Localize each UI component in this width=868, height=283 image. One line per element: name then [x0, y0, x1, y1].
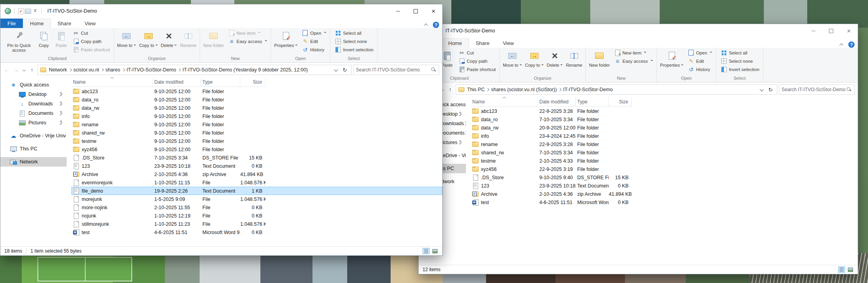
minimize-button[interactable] — [389, 4, 407, 18]
select-all-button[interactable]: Select all — [718, 49, 761, 57]
new-item-button[interactable]: New item — [612, 49, 655, 57]
search-icon[interactable] — [431, 67, 436, 73]
up-icon[interactable] — [28, 66, 36, 74]
maximize-button[interactable] — [822, 24, 840, 37]
file-row[interactable]: testme9-10-2025 12:00File folder — [71, 137, 442, 145]
previous-versions-clock-icon[interactable] — [4, 7, 11, 15]
search-box[interactable] — [779, 84, 855, 95]
cut-button[interactable]: Cut — [71, 29, 112, 37]
tab-share[interactable]: Share — [51, 19, 78, 28]
file-row[interactable]: info23-4-2024 12:45File folder — [471, 132, 858, 140]
search-box[interactable] — [353, 65, 439, 75]
invert-selection-button[interactable]: Invert selection — [718, 65, 761, 73]
file-row[interactable]: abc12322-9-2025 3:28File folder — [471, 107, 858, 115]
copy-path-button[interactable]: Copy path — [71, 37, 112, 45]
cut-button[interactable]: Cut — [456, 49, 498, 57]
properties-button[interactable]: Properties — [273, 29, 299, 49]
new-folder-button[interactable]: New folder — [202, 29, 226, 49]
file-row[interactable]: file_demo19-9-2025 2:26Text Document1 KB — [71, 187, 442, 195]
file-row[interactable]: data_rw9-10-2025 12:00File folder — [71, 104, 442, 112]
paste-button[interactable]: Paste — [52, 29, 70, 49]
file-row[interactable]: data_ro9-10-2025 12:00File folder — [71, 96, 442, 104]
breadcrumb-item[interactable]: This PC — [466, 87, 486, 92]
file-row[interactable]: morejunk1-5-2025 9:09File1.048.576 KB — [71, 195, 442, 203]
tab-file[interactable]: File — [0, 19, 23, 28]
maximize-button[interactable] — [407, 4, 425, 18]
address-bar[interactable]: Networkscistor.vu.nlsharesIT-ITVO-SciSto… — [37, 65, 352, 75]
file-row[interactable]: Archive2-10-2025 4:36zip Archive41.894 K… — [471, 190, 858, 198]
rename-button[interactable]: Rename — [564, 49, 584, 68]
recent-locations-chevron-icon[interactable] — [22, 66, 26, 74]
address-dropdown-chevron-icon[interactable] — [335, 68, 338, 71]
breadcrumb-item[interactable]: shares — [104, 67, 122, 73]
tab-view[interactable]: View — [78, 19, 102, 28]
breadcrumb-item[interactable]: IT-ITVO-SciStor-Demo — [125, 67, 178, 73]
refresh-icon[interactable] — [767, 85, 774, 94]
column-header-size[interactable]: Size — [609, 97, 632, 107]
file-row[interactable]: testme2-10-2025 4:33File folder — [471, 157, 858, 165]
explorer-window-previous-version[interactable]: IT-ITVO-SciStor-Demo File HomeShareView … — [0, 4, 443, 256]
file-row[interactable]: stillmorejunk1-10-2025 11:23File1.048.57… — [71, 220, 442, 228]
search-input[interactable] — [356, 67, 431, 73]
paste-shortcut-button[interactable]: Paste shortcut — [456, 65, 498, 73]
easy-access-button[interactable]: Easy access — [226, 37, 269, 45]
qat-properties-button[interactable] — [17, 7, 24, 15]
back-icon[interactable] — [3, 66, 11, 74]
sidebar-item-quick-access[interactable]: Quick access — [0, 80, 67, 90]
file-row[interactable]: .DS_Store7-10-2025 3:34DS_STORE File15 K… — [71, 154, 442, 162]
minimize-button[interactable] — [804, 24, 822, 37]
delete-button[interactable]: Delete — [545, 49, 565, 68]
file-row[interactable]: nojunk1-10-2025 12:19File0 KB — [71, 212, 442, 220]
select-none-button[interactable]: Select none — [333, 37, 375, 45]
address-bar[interactable]: This PCshares (scistor.vu.nl (SciStor))I… — [456, 84, 777, 95]
breadcrumb-item[interactable]: scistor.vu.nl — [72, 67, 100, 73]
address-dropdown-chevron-icon[interactable] — [760, 88, 763, 91]
breadcrumb-item[interactable]: IT-ITVO-SciStor-Demo — [562, 87, 614, 92]
tab-home[interactable]: Home — [23, 19, 51, 28]
large-icons-view-icon[interactable] — [431, 248, 438, 254]
close-button[interactable] — [840, 24, 858, 37]
invert-selection-button[interactable]: Invert selection — [333, 45, 375, 54]
open-button[interactable]: Open — [686, 49, 714, 57]
copy-path-button[interactable]: Copy path — [456, 57, 498, 65]
close-button[interactable] — [425, 4, 442, 18]
column-header-name[interactable]: Name — [471, 97, 538, 107]
open-button[interactable]: Open — [300, 29, 328, 37]
rename-button[interactable]: Rename — [178, 29, 198, 49]
column-header-date-modified[interactable]: Date modified — [153, 77, 201, 87]
details-view-icon[interactable] — [838, 266, 845, 273]
file-row[interactable]: test4-6-2025 11:51Microsoft Word 9...0 K… — [71, 228, 442, 236]
tab-home[interactable]: Home — [441, 38, 469, 48]
details-view-icon[interactable] — [423, 248, 430, 254]
file-row[interactable]: info9-10-2025 12:00File folder — [71, 112, 442, 120]
tab-share[interactable]: Share — [469, 38, 496, 48]
large-icons-view-icon[interactable] — [847, 266, 854, 273]
refresh-icon[interactable] — [341, 66, 349, 74]
sidebar-item-this-pc[interactable]: This PC — [0, 144, 67, 154]
pin-to-quick-access-button[interactable]: Pin to Quick access — [3, 29, 35, 53]
file-row[interactable]: shared_rw9-10-2025 12:00File folder — [71, 129, 442, 137]
column-header-size[interactable]: Size — [240, 77, 266, 87]
column-header-name[interactable]: Name — [71, 77, 153, 87]
move-to-button[interactable]: Move to — [501, 49, 524, 68]
explorer-window-current[interactable]: IT-ITVO-SciStor-Demo File HomeShareView … — [418, 24, 858, 274]
file-row[interactable]: shared_rw7-10-2025 3:34File folder — [471, 148, 858, 157]
column-header-type[interactable]: Type — [201, 77, 240, 87]
history-button[interactable]: History — [686, 65, 714, 73]
copy-button[interactable]: Copy — [35, 29, 52, 49]
breadcrumb-item[interactable]: Network — [48, 67, 68, 73]
select-all-button[interactable]: Select all — [333, 29, 375, 37]
file-row[interactable]: data_ro7-10-2025 3:34File folder — [471, 115, 858, 124]
help-icon[interactable] — [848, 41, 855, 48]
tab-view[interactable]: View — [496, 38, 520, 48]
file-row[interactable]: xyz4569-10-2025 12:00File folder — [71, 145, 442, 154]
file-row[interactable]: evenmorejunk1-10-2025 11:15File1.048.576… — [71, 178, 442, 187]
edit-button[interactable]: Edit — [686, 57, 714, 65]
column-header-type[interactable]: Type — [576, 97, 609, 107]
sidebar-item-downloads[interactable]: Downloads — [0, 99, 67, 109]
new-item-button[interactable]: New item — [226, 29, 269, 37]
file-row[interactable]: test4-6-2025 11:51Microsoft Word 9...0 K… — [471, 198, 858, 206]
file-row[interactable]: abc1239-10-2025 12:00File folder — [71, 87, 442, 96]
move-to-button[interactable]: Move to — [116, 29, 138, 49]
search-input[interactable] — [782, 87, 846, 92]
